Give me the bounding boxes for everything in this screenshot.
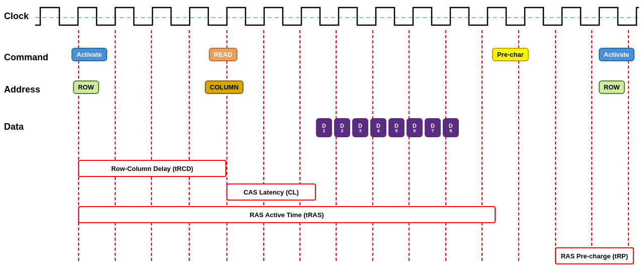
tras-bracket: RAS Active Time (tRAS) — [78, 206, 496, 223]
data-cell-4: D4 — [370, 118, 386, 137]
cl-bracket: CAS Latency (CL) — [226, 183, 316, 201]
data-cell-1: D1 — [316, 118, 332, 137]
cmd-precharge: Pre-char — [492, 48, 529, 61]
data-cell-7: D7 — [425, 118, 441, 137]
vline-14 — [555, 30, 556, 261]
addr-row-2: ROW — [599, 80, 625, 94]
addr-column: COLUMN — [205, 80, 244, 94]
vline-11 — [445, 30, 446, 261]
clock-waveform — [35, 3, 639, 30]
cmd-activate-1: Activate — [71, 48, 107, 61]
vline-6 — [263, 30, 264, 261]
clock-label: Clock — [4, 11, 29, 22]
cmd-read: READ — [209, 48, 237, 61]
vline-15 — [591, 30, 592, 261]
data-cell-3: D3 — [352, 118, 368, 137]
vline-4 — [189, 30, 190, 261]
data-cell-6: D6 — [407, 118, 423, 137]
vline-2 — [115, 30, 116, 261]
vline-1 — [78, 30, 79, 261]
vline-7 — [299, 30, 300, 261]
cmd-activate-2: Activate — [599, 48, 634, 61]
data-cell-5: D5 — [388, 118, 405, 137]
vline-8 — [336, 30, 337, 261]
vline-9 — [372, 30, 373, 261]
vline-5 — [226, 30, 227, 261]
trp-bracket: RAS Pre-charge (tRP) — [555, 247, 634, 264]
data-cell-2: D2 — [334, 118, 350, 137]
vline-10 — [409, 30, 410, 261]
vline-12 — [481, 30, 482, 261]
address-label: Address — [4, 84, 40, 95]
addr-row-1: ROW — [73, 80, 99, 94]
command-label: Command — [4, 52, 48, 63]
data-cell-8: D8 — [443, 118, 459, 137]
timing-diagram: Clock Command Address Data Activate READ… — [0, 0, 644, 276]
data-label: Data — [4, 122, 24, 132]
trcd-bracket: Row-Column Delay (tRCD) — [78, 160, 226, 177]
vline-3 — [151, 30, 152, 261]
vline-13 — [518, 30, 519, 261]
vline-16 — [628, 30, 629, 261]
